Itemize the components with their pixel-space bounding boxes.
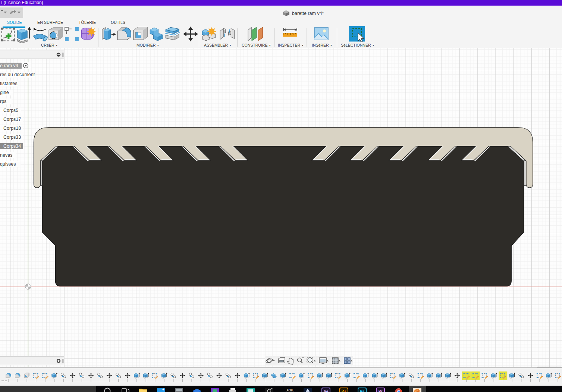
svg-text:Pr: Pr xyxy=(379,389,383,392)
svg-text:Ps: Ps xyxy=(360,389,365,392)
svg-text:Ae: Ae xyxy=(324,389,329,392)
svg-text:EPIC: EPIC xyxy=(287,389,292,391)
svg-text:Ai: Ai xyxy=(342,389,346,392)
